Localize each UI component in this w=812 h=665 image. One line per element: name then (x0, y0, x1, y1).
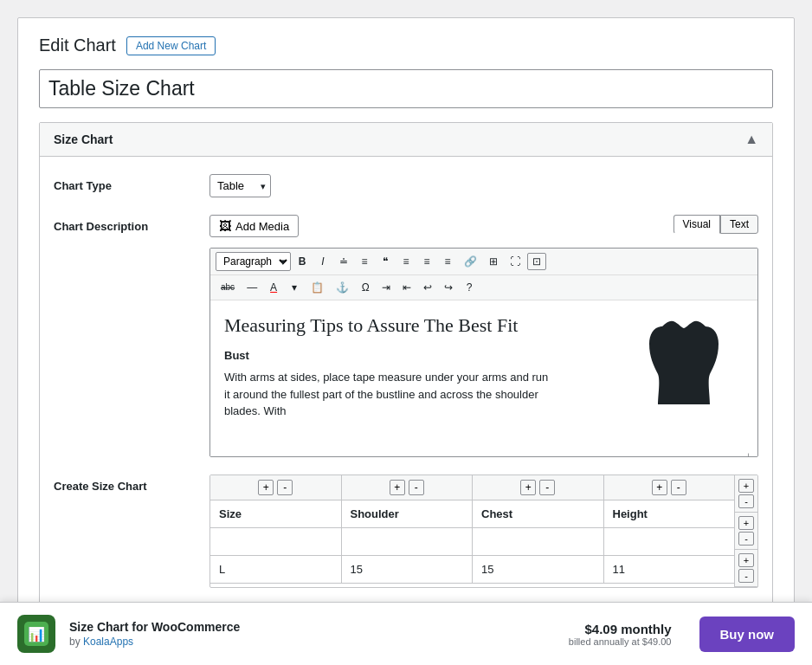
add-new-chart-button[interactable]: Add New Chart (126, 36, 216, 55)
row-add-header[interactable]: + (738, 479, 754, 493)
indent-button[interactable]: ⇥ (377, 279, 396, 296)
col-add-2[interactable]: + (390, 480, 405, 495)
header-cell-height (604, 500, 735, 528)
size-chart-field: + - + - + (209, 475, 758, 588)
outdent-button[interactable]: ⇤ (397, 279, 416, 296)
row-add-2[interactable]: + (738, 553, 754, 567)
tab-text[interactable]: Text (720, 215, 758, 234)
header-input-size[interactable] (210, 500, 341, 527)
ol-button[interactable]: ≡ (355, 253, 374, 270)
panel-toggle-button[interactable]: ▲ (744, 132, 758, 147)
data-input-1-2[interactable] (342, 528, 473, 555)
redo-button[interactable]: ↪ (439, 279, 458, 296)
data-input-1-1[interactable] (210, 528, 341, 555)
buy-now-button[interactable]: Buy now (699, 617, 796, 652)
paragraph-select[interactable]: Paragraph (216, 252, 291, 271)
fullscreen-button[interactable]: ⛶ (505, 253, 525, 270)
data-input-1-3[interactable] (473, 528, 603, 555)
ad-icon-inner: 📊 (24, 622, 48, 646)
table-button[interactable]: ⊡ (527, 253, 546, 270)
editor-toolbar-1: Paragraph B I ≐ ≡ ❝ ≡ ≡ ≡ (210, 249, 757, 275)
omega-button[interactable]: Ω (356, 279, 375, 296)
col-control-4: + - (604, 475, 735, 500)
cell-2-1 (210, 556, 342, 584)
ad-price-detail: billed annually at $49.00 (569, 636, 672, 647)
help-button[interactable]: ? (460, 279, 479, 296)
table-header-row (210, 500, 734, 528)
italic-button[interactable]: I (313, 253, 332, 270)
editor-toolbar-2: abc — A ▾ 📋 ⚓ Ω ⇥ ⇤ ↩ ↪ (210, 275, 757, 300)
more-button[interactable]: ⊞ (484, 253, 503, 270)
row-remove-header[interactable]: - (738, 494, 754, 508)
bold-button[interactable]: B (293, 253, 312, 270)
data-input-2-2[interactable] (342, 556, 473, 583)
col-remove-1[interactable]: - (277, 480, 293, 495)
chart-description-label: Chart Description (54, 215, 209, 233)
cell-2-2 (342, 556, 474, 584)
size-chart-table: + - + - + (209, 475, 758, 588)
add-media-button[interactable]: 🖼 Add Media (209, 215, 299, 237)
col-add-3[interactable]: + (520, 480, 536, 495)
chart-type-select[interactable]: Table Image None (209, 174, 271, 197)
col-remove-3[interactable]: - (539, 480, 555, 495)
ul-button[interactable]: ≐ (334, 253, 353, 270)
color-button[interactable]: A (264, 279, 283, 296)
col-add-1[interactable]: + (258, 480, 274, 495)
create-size-chart-row: Create Size Chart + - (54, 475, 758, 588)
col-remove-4[interactable]: - (671, 480, 686, 495)
data-input-2-4[interactable] (604, 556, 735, 583)
align-left-button[interactable]: ≡ (396, 253, 416, 270)
table-row-1 (210, 528, 734, 556)
data-input-1-4[interactable] (604, 528, 735, 555)
row-controls-2: + - (735, 550, 757, 587)
cell-1-2 (342, 528, 474, 556)
panel-header: Size Chart ▲ (40, 123, 772, 157)
cell-1-1 (210, 528, 342, 556)
editor-resize-handle[interactable]: ⌞ (747, 446, 756, 455)
cell-1-4 (604, 528, 735, 556)
undo-button[interactable]: ↩ (418, 279, 437, 296)
row-remove-2[interactable]: - (738, 569, 754, 583)
data-input-2-1[interactable] (210, 556, 341, 583)
row-add-1[interactable]: + (738, 516, 754, 530)
chart-title-input[interactable] (39, 69, 773, 108)
chart-type-row: Chart Type Table Image None (54, 174, 758, 197)
row-controls-1: + - (735, 513, 757, 550)
col-remove-2[interactable]: - (409, 480, 424, 495)
panel-body: Chart Type Table Image None Chart De (40, 157, 772, 623)
chart-type-select-wrapper[interactable]: Table Image None (209, 174, 271, 197)
torso-image (636, 318, 731, 409)
color-dropdown[interactable]: ▾ (285, 279, 304, 296)
create-size-chart-label: Create Size Chart (54, 475, 209, 493)
row-remove-1[interactable]: - (738, 532, 754, 546)
anchor-button[interactable]: ⚓ (331, 279, 354, 296)
ad-subtitle: by KoalaApps (69, 636, 555, 648)
strikethrough-button[interactable]: abc (216, 280, 240, 295)
tab-visual[interactable]: Visual (673, 215, 720, 234)
col-add-4[interactable]: + (652, 480, 667, 495)
header-input-chest[interactable] (473, 500, 603, 527)
panel-title: Size Chart (54, 132, 113, 146)
align-center-button[interactable]: ≡ (417, 253, 436, 270)
row-controls-header: + - (735, 475, 757, 513)
header-cell-shoulder (342, 500, 474, 528)
hr-button[interactable]: — (242, 279, 262, 296)
column-controls-row: + - + - + (210, 475, 734, 500)
header-input-height[interactable] (604, 500, 735, 527)
paste-button[interactable]: 📋 (306, 279, 329, 296)
data-input-2-3[interactable] (473, 556, 603, 583)
ad-title: Size Chart for WooCommerce (69, 620, 555, 634)
editor-wrapper: Paragraph B I ≐ ≡ ❝ ≡ ≡ ≡ (209, 248, 758, 457)
align-right-button[interactable]: ≡ (438, 253, 457, 270)
editor-content[interactable]: Measuring Tips to Assure The Best Fit Bu… (210, 300, 757, 456)
chart-type-label: Chart Type (54, 174, 209, 192)
paragraph-select-wrapper[interactable]: Paragraph (216, 252, 291, 271)
page-title: Edit Chart (39, 36, 116, 55)
blockquote-button[interactable]: ❝ (376, 253, 395, 270)
ad-brand-link[interactable]: KoalaApps (83, 636, 133, 648)
ad-banner: 📊 Size Chart for WooCommerce by KoalaApp… (0, 602, 812, 662)
link-button[interactable]: 🔗 (459, 253, 482, 270)
header-input-shoulder[interactable] (342, 500, 473, 527)
col-control-3: + - (473, 475, 604, 500)
ad-text-block: Size Chart for WooCommerce by KoalaApps (69, 620, 555, 648)
